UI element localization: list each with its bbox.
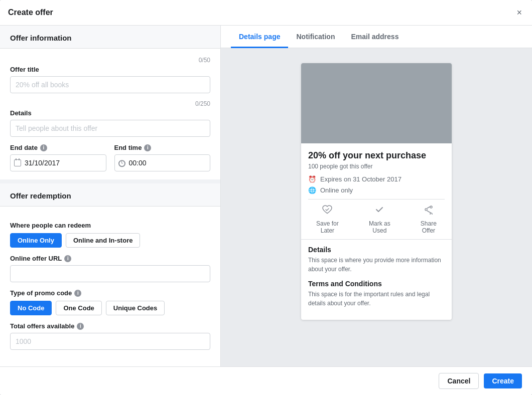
online-url-info-icon[interactable]: i: [64, 255, 71, 262]
clock-icon: [118, 159, 125, 167]
mark-as-used-action[interactable]: Mark asUsed: [369, 205, 390, 234]
promo-code-group: Type of promo code i No Code One Code Un…: [10, 289, 210, 315]
offer-card-content: 20% off your next purchase 100 people go…: [301, 143, 452, 200]
online-url-input[interactable]: [10, 265, 210, 282]
date-time-row: End date i End time i: [10, 144, 210, 171]
offer-details-section: Details This space is where you provide …: [301, 240, 452, 320]
share-icon: [423, 205, 434, 217]
tab-notification[interactable]: Notification: [288, 26, 343, 48]
redemption-form: Where people can redeem Online Only Onli…: [0, 207, 220, 358]
one-code-button[interactable]: One Code: [56, 301, 101, 315]
online-instore-button[interactable]: Online and In-store: [66, 233, 140, 248]
dialog-title: Create offer: [8, 8, 53, 17]
details-label: Details: [10, 109, 210, 117]
where-redeem-label: Where people can redeem: [10, 222, 210, 229]
redeem-options: Online Only Online and In-store: [10, 233, 210, 248]
end-date-col: End date i: [10, 144, 106, 171]
share-offer-label: ShareOffer: [421, 220, 437, 234]
dialog-header: Create offer ×: [0, 0, 532, 26]
end-date-label: End date i: [10, 144, 106, 151]
offer-meta-section: ⏰ Expires on 31 October 2017 🌐 Online on…: [308, 175, 445, 200]
offer-title-label: Offer title: [10, 66, 210, 73]
total-offers-input[interactable]: [10, 333, 210, 350]
offer-expires-text: Expires on 31 October 2017: [320, 175, 402, 183]
offer-info-form: 0/50 Offer title 0/250 Details End date …: [0, 49, 220, 179]
create-button[interactable]: Create: [484, 373, 522, 388]
cancel-button[interactable]: Cancel: [439, 373, 479, 389]
offer-terms-title: Terms and Conditions: [308, 280, 445, 288]
details-input[interactable]: [10, 120, 210, 137]
section-offer-redemption: Offer redemption: [0, 183, 220, 207]
save-for-later-label: Save forLater: [316, 220, 339, 234]
checkmark-icon: [374, 205, 385, 217]
share-offer-action[interactable]: ShareOffer: [421, 205, 437, 234]
tab-email-address[interactable]: Email address: [343, 26, 407, 48]
offer-card-count: 100 people got this offer: [308, 163, 445, 170]
no-code-button[interactable]: No Code: [10, 301, 52, 315]
offer-actions-section: Save forLater Mark asUsed: [301, 200, 452, 240]
end-time-input-wrap: [114, 154, 211, 171]
total-offers-info-icon[interactable]: i: [77, 323, 84, 330]
end-time-label: End time i: [114, 144, 211, 151]
end-time-col: End time i: [114, 144, 211, 171]
offer-card-title: 20% off your next purchase: [308, 150, 445, 161]
offer-expires-item: ⏰ Expires on 31 October 2017: [308, 175, 445, 183]
offer-location-item: 🌐 Online only: [308, 186, 445, 194]
clock-meta-icon: ⏰: [308, 175, 316, 183]
promo-code-label: Type of promo code i: [10, 289, 210, 297]
save-icon: [322, 205, 333, 217]
left-panel: Offer information 0/50 Offer title 0/250…: [0, 26, 221, 366]
end-date-info-icon[interactable]: i: [40, 144, 47, 151]
offer-details-title: Details: [308, 246, 445, 254]
promo-code-info-icon[interactable]: i: [74, 290, 81, 297]
where-redeem-group: Where people can redeem Online Only Onli…: [10, 222, 210, 248]
save-for-later-action[interactable]: Save forLater: [316, 205, 339, 234]
online-url-group: Online offer URL i: [10, 255, 210, 282]
offer-title-input[interactable]: [10, 76, 210, 93]
offer-redemption-section: Offer redemption Where people can redeem…: [0, 179, 220, 358]
dialog-body: Offer information 0/50 Offer title 0/250…: [0, 26, 532, 366]
right-panel: Details page Notification Email address …: [221, 26, 532, 366]
char-count-details: 0/250: [10, 100, 210, 107]
tabs-bar: Details page Notification Email address: [221, 26, 532, 48]
mark-as-used-label: Mark asUsed: [369, 220, 390, 234]
total-offers-group: Total offers available i: [10, 322, 210, 350]
end-date-input-wrap: [10, 154, 106, 171]
end-time-input[interactable]: [114, 154, 211, 171]
calendar-icon: [14, 159, 21, 166]
offer-image-placeholder: [301, 63, 452, 143]
section-offer-information: Offer information: [0, 26, 220, 49]
close-button[interactable]: ×: [514, 6, 524, 19]
globe-meta-icon: 🌐: [308, 186, 316, 194]
online-only-button[interactable]: Online Only: [10, 233, 62, 248]
offer-location-text: Online only: [320, 186, 353, 194]
char-count-title: 0/50: [10, 57, 210, 64]
unique-codes-button[interactable]: Unique Codes: [106, 301, 165, 315]
offer-card-preview: 20% off your next purchase 100 people go…: [301, 63, 452, 320]
end-time-info-icon[interactable]: i: [144, 144, 151, 151]
promo-code-options: No Code One Code Unique Codes: [10, 301, 210, 315]
tab-details-page[interactable]: Details page: [231, 26, 288, 48]
online-url-label: Online offer URL i: [10, 255, 210, 262]
end-date-input[interactable]: [10, 154, 106, 171]
preview-area: 20% off your next purchase 100 people go…: [221, 48, 532, 366]
create-offer-dialog: Create offer × Offer information 0/50 Of…: [0, 0, 532, 395]
offer-terms-body: This space is for the important rules an…: [308, 290, 445, 308]
total-offers-label: Total offers available i: [10, 322, 210, 330]
offer-details-body: This space is where you provide more inf…: [308, 256, 445, 274]
dialog-footer: Cancel Create: [0, 366, 532, 395]
